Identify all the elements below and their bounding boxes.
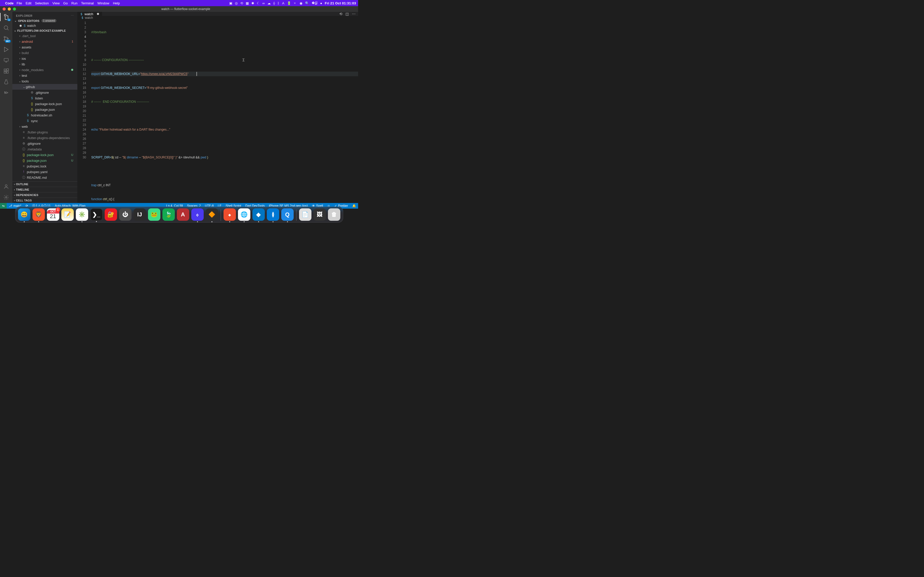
activity-run-debug-icon[interactable] [3, 47, 9, 53]
tree-file[interactable]: $listen [12, 95, 78, 101]
tree-folder[interactable]: ›test [12, 73, 78, 78]
tray-icon[interactable]: ◎ [235, 1, 238, 5]
activity-extensions-icon[interactable] [3, 68, 9, 74]
menu-view[interactable]: View [52, 1, 60, 5]
dock-trash[interactable]: 🗑 [328, 208, 340, 221]
code-content[interactable]: #!/bin/bash # ------- CONFIGURATION ----… [90, 19, 358, 224]
tree-file[interactable]: $hotreloader.sh [12, 112, 78, 118]
tree-folder[interactable]: ⌄github [12, 84, 78, 90]
tree-file[interactable]: ⚙.gitignore [12, 141, 78, 146]
activity-source-control-icon[interactable]: 987 [3, 35, 9, 42]
tray-icon[interactable]: ∞ [262, 1, 265, 5]
minimize-window-button[interactable] [8, 8, 11, 11]
sidebar-section-timeline[interactable]: ›TIMELINE [12, 187, 78, 192]
tree-folder[interactable]: ›assets [12, 44, 78, 50]
dock-app[interactable]: 🐸 [148, 208, 160, 221]
tree-file[interactable]: {}package-lock.json [12, 101, 78, 106]
project-header[interactable]: ⌄ FLUTTERFLOW-SOCKET-EXAMPLE [12, 28, 78, 33]
dock-slack[interactable]: ✳️ [76, 208, 88, 221]
split-editor-icon[interactable]: ◫ [346, 12, 349, 16]
dock-terminal[interactable]: ❯_ [90, 208, 103, 221]
tree-folder[interactable]: ›node_modules [12, 67, 78, 73]
dock-dartdev[interactable]: ◆ [252, 208, 265, 221]
control-center-icon[interactable]: �இ [312, 1, 318, 5]
bluetooth-icon[interactable]: ᛒ [278, 1, 279, 5]
sidebar-section-cell-tags[interactable]: ›CELL TAGS [12, 198, 78, 203]
tree-file[interactable]: ⓘ.metadata [12, 146, 78, 152]
open-editor-item[interactable]: $ watch [12, 23, 78, 28]
menubar-clock[interactable]: Fri 21 Oct 01:31:03 [325, 1, 356, 5]
tree-folder[interactable]: ›android1 [12, 39, 78, 44]
dock-authy[interactable]: 🔐 [105, 208, 117, 221]
tray-icon[interactable]: ✺ [251, 1, 254, 5]
tree-file[interactable]: ≡pubspec.lock [12, 163, 78, 169]
tray-icon[interactable]: ◉ [300, 1, 302, 5]
tray-icon[interactable]: ☾ [257, 1, 260, 5]
spotlight-icon[interactable]: 🔍 [305, 1, 309, 5]
open-editors-section[interactable]: ⌄ OPEN EDITORS 1 unsaved [12, 18, 78, 23]
dock-stack[interactable]: 🖼 [313, 208, 326, 221]
zoom-window-button[interactable] [13, 8, 16, 11]
remote-indicator[interactable]: ⇋ [0, 203, 7, 209]
tray-icon[interactable]: A [282, 1, 284, 5]
sidebar-more-icon[interactable]: ⋯ [71, 14, 74, 17]
code-editor[interactable]: 1234567891011121314151617181920212223242… [78, 19, 358, 224]
activity-nx-icon[interactable]: N> [3, 90, 9, 96]
tree-folder[interactable]: ›.dart_tool [12, 33, 78, 39]
tree-folder[interactable]: ›web [12, 124, 78, 129]
tab-watch[interactable]: $ watch [78, 12, 102, 16]
dock-finder[interactable]: 😀 [18, 208, 31, 221]
menu-file[interactable]: File [17, 1, 22, 5]
activity-settings-icon[interactable] [3, 194, 9, 200]
tree-file[interactable]: !pubspec.yaml [12, 169, 78, 175]
menu-help[interactable]: Help [113, 1, 120, 5]
dock-flutterflow[interactable]: ⬨ [191, 208, 204, 221]
close-window-button[interactable] [3, 8, 6, 11]
dock-vscode[interactable]: ≬ [267, 208, 279, 221]
tree-file[interactable]: {}package-lock.jsonU [12, 152, 78, 158]
menu-run[interactable]: Run [71, 1, 78, 5]
tree-folder[interactable]: ›lib [12, 61, 78, 67]
tree-file[interactable]: {}package.json [12, 106, 78, 112]
tray-icon[interactable]: ☁ [267, 1, 271, 5]
menu-terminal[interactable]: Terminal [81, 1, 94, 5]
tree-folder[interactable]: ›build [12, 50, 78, 56]
tree-file[interactable]: $sync [12, 118, 78, 124]
wifi-icon[interactable]: ᯤ [294, 1, 297, 5]
tree-folder[interactable]: ⌄tools [12, 78, 78, 84]
battery-icon[interactable]: 🔋 [287, 1, 291, 5]
tray-icon[interactable]: ▣ [229, 1, 232, 5]
tree-file[interactable]: {}package.jsonU [12, 158, 78, 163]
activity-remote-icon[interactable] [3, 57, 9, 63]
tree-file[interactable]: ≡.flutter-plugins [12, 129, 78, 135]
dock-notes[interactable]: 📝 [61, 208, 74, 221]
breadcrumb[interactable]: $ watch [78, 16, 358, 19]
dock-anydesk[interactable]: ⬥ [223, 208, 236, 221]
dock-calendar[interactable]: OCT211 [47, 208, 59, 221]
siri-icon[interactable]: ● [320, 1, 322, 5]
menubar-app-name[interactable]: Code [5, 1, 14, 5]
menu-edit[interactable]: Edit [26, 1, 31, 5]
dock-intellij[interactable]: IJ [134, 208, 146, 221]
dock-figma[interactable]: 🔶 [206, 208, 218, 221]
menu-selection[interactable]: Selection [35, 1, 49, 5]
dock-autocad[interactable]: A [177, 208, 189, 221]
tray-icon[interactable]: ⟠ [273, 1, 275, 5]
editor-action-icon[interactable]: ⟲ [339, 12, 342, 16]
menu-window[interactable]: Window [97, 1, 109, 5]
dock-app[interactable]: ⏻ [119, 208, 131, 221]
activity-accounts-icon[interactable] [3, 184, 9, 190]
tree-folder[interactable]: ›ios [12, 56, 78, 61]
tray-icon[interactable]: ▦ [246, 1, 249, 5]
tree-file[interactable]: ⓘREADME.md [12, 175, 78, 181]
dock-chrome[interactable]: 🌐 [238, 208, 250, 221]
activity-test-icon[interactable] [3, 79, 9, 85]
activity-search-icon[interactable] [3, 25, 9, 31]
dock-mongodb[interactable]: 🍃 [162, 208, 175, 221]
tree-file[interactable]: ≡.flutter-plugins-dependencies [12, 135, 78, 141]
tray-icon[interactable]: ⟲ [240, 1, 243, 5]
editor-more-icon[interactable]: ⋯ [352, 12, 355, 16]
dock-quicktime[interactable]: Q [281, 208, 294, 221]
dock-brave[interactable]: 🦁 [32, 208, 45, 221]
sidebar-section-outline[interactable]: ›OUTLINE [12, 181, 78, 187]
